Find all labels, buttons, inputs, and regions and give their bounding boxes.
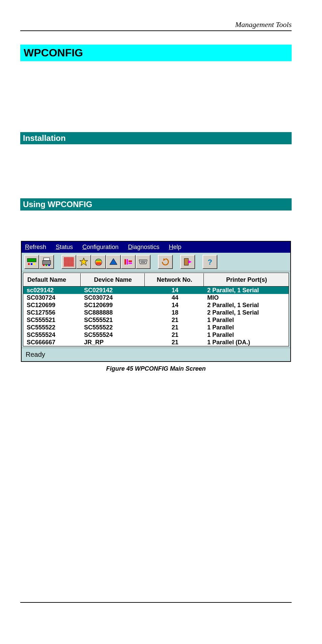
- svg-point-26: [144, 262, 145, 263]
- table-row[interactable]: SC120699SC120699142 Parallel, 1 Serial: [23, 301, 289, 309]
- device-table: Default Name Device Name Network No. Pri…: [23, 273, 289, 346]
- svg-rect-1: [28, 263, 30, 265]
- footer-rule: [20, 602, 292, 603]
- cell-device-name: SC120699: [81, 301, 145, 309]
- cell-default-name: SC555522: [24, 324, 81, 331]
- col-device-name[interactable]: Device Name: [81, 273, 145, 286]
- cell-device-name: JR_RP: [81, 339, 145, 346]
- cell-default-name: SC120699: [24, 301, 81, 309]
- svg-point-24: [141, 262, 142, 263]
- svg-text:?: ?: [208, 258, 212, 266]
- svg-rect-17: [127, 259, 128, 265]
- cell-device-name: SC555522: [81, 324, 145, 331]
- col-network-no[interactable]: Network No.: [145, 273, 204, 286]
- menu-diagnostics[interactable]: Diagnostics: [128, 244, 159, 251]
- svg-point-25: [143, 262, 143, 263]
- apple-icon[interactable]: [91, 255, 106, 269]
- menu-status[interactable]: Status: [56, 244, 73, 251]
- cell-device-name: SC555521: [81, 316, 145, 324]
- cell-default-name: SC555524: [24, 331, 81, 339]
- svg-rect-3: [33, 263, 35, 265]
- status-bar: Ready: [22, 348, 290, 361]
- svg-rect-9: [64, 257, 74, 267]
- printer-icon[interactable]: [39, 255, 54, 269]
- svg-rect-2: [31, 263, 32, 265]
- table-row[interactable]: SC555521SC555521211 Parallel: [23, 316, 289, 324]
- svg-rect-19: [129, 263, 132, 264]
- svg-point-20: [141, 261, 141, 262]
- cell-printer-ports: 2 Parallel, 1 Serial: [205, 287, 288, 294]
- burst-icon[interactable]: [76, 255, 91, 269]
- menubar: Refresh Status Configuration Diagnostics…: [22, 242, 290, 253]
- cell-default-name: SC666667: [24, 339, 81, 346]
- section-using: Using WPCONFIG: [20, 198, 292, 210]
- svg-marker-10: [80, 258, 88, 266]
- page-header: Management Tools: [20, 20, 292, 31]
- table-row[interactable]: SC666667JR_RP211 Parallel (DA.): [23, 339, 289, 346]
- help-icon[interactable]: ?: [203, 255, 217, 269]
- cell-printer-ports: 1 Parallel (DA.): [205, 339, 288, 346]
- svg-rect-4: [44, 258, 50, 261]
- toolbar: ?: [22, 253, 290, 271]
- menu-configuration[interactable]: Configuration: [82, 244, 118, 251]
- svg-rect-6: [43, 265, 45, 266]
- svg-marker-29: [188, 260, 192, 264]
- cell-default-name: SC555521: [24, 316, 81, 324]
- cell-default-name: sc029142: [24, 287, 81, 294]
- figure-caption: Figure 45 WPCONFIG Main Screen: [20, 365, 292, 372]
- cell-network-no: 18: [145, 309, 205, 316]
- svg-rect-5: [43, 261, 51, 265]
- svg-point-21: [142, 261, 143, 262]
- svg-rect-14: [96, 264, 101, 265]
- cell-device-name: SC030724: [81, 294, 145, 301]
- menu-refresh[interactable]: Refresh: [25, 244, 46, 251]
- cell-device-name: SC029142: [81, 287, 145, 294]
- cell-network-no: 44: [145, 294, 205, 301]
- cell-printer-ports: 1 Parallel: [205, 316, 288, 324]
- app-window: Refresh Status Configuration Diagnostics…: [21, 241, 291, 362]
- table-row[interactable]: SC555522SC555522211 Parallel: [23, 324, 289, 331]
- svg-rect-12: [96, 261, 101, 262]
- svg-rect-16: [125, 259, 126, 265]
- tcpip-icon[interactable]: [106, 255, 121, 269]
- cell-default-name: SC030724: [24, 294, 81, 301]
- cell-network-no: 14: [145, 301, 205, 309]
- svg-marker-27: [163, 258, 166, 261]
- svg-rect-13: [96, 262, 101, 264]
- svg-rect-11: [96, 259, 101, 261]
- col-default-name[interactable]: Default Name: [23, 273, 81, 286]
- svg-point-23: [145, 261, 145, 262]
- exit-icon[interactable]: [180, 255, 195, 269]
- cell-network-no: 21: [145, 316, 205, 324]
- title-wpconfig: WPCONFIG: [20, 45, 292, 61]
- svg-rect-0: [27, 258, 36, 262]
- table-row[interactable]: SC127556SC888888182 Parallel, 1 Serial: [23, 309, 289, 316]
- svg-rect-7: [46, 265, 47, 266]
- svg-rect-28: [184, 258, 188, 265]
- svg-rect-8: [48, 265, 50, 266]
- table-row[interactable]: SC030724SC03072444MIO: [23, 294, 289, 301]
- serial-icon[interactable]: [136, 255, 151, 269]
- port-icon[interactable]: [121, 255, 136, 269]
- menu-help[interactable]: Help: [169, 244, 181, 251]
- cell-network-no: 21: [145, 324, 205, 331]
- col-printer-ports[interactable]: Printer Port(s): [204, 273, 289, 286]
- cell-device-name: SC555524: [81, 331, 145, 339]
- netware-icon[interactable]: [61, 255, 76, 269]
- device-icon[interactable]: [24, 255, 39, 269]
- cell-printer-ports: 1 Parallel: [205, 324, 288, 331]
- cell-network-no: 21: [145, 339, 205, 346]
- cell-printer-ports: 1 Parallel: [205, 331, 288, 339]
- svg-rect-18: [129, 261, 132, 262]
- cell-printer-ports: 2 Parallel, 1 Serial: [205, 309, 288, 316]
- table-header: Default Name Device Name Network No. Pri…: [23, 273, 289, 287]
- table-row[interactable]: sc029142SC029142142 Parallel, 1 Serial: [23, 287, 289, 294]
- svg-point-22: [143, 261, 144, 262]
- refresh-icon[interactable]: [158, 255, 173, 269]
- cell-printer-ports: MIO: [205, 294, 288, 301]
- cell-default-name: SC127556: [24, 309, 81, 316]
- section-installation: Installation: [20, 132, 292, 144]
- cell-network-no: 14: [145, 287, 205, 294]
- table-row[interactable]: SC555524SC555524211 Parallel: [23, 331, 289, 339]
- cell-printer-ports: 2 Parallel, 1 Serial: [205, 301, 288, 309]
